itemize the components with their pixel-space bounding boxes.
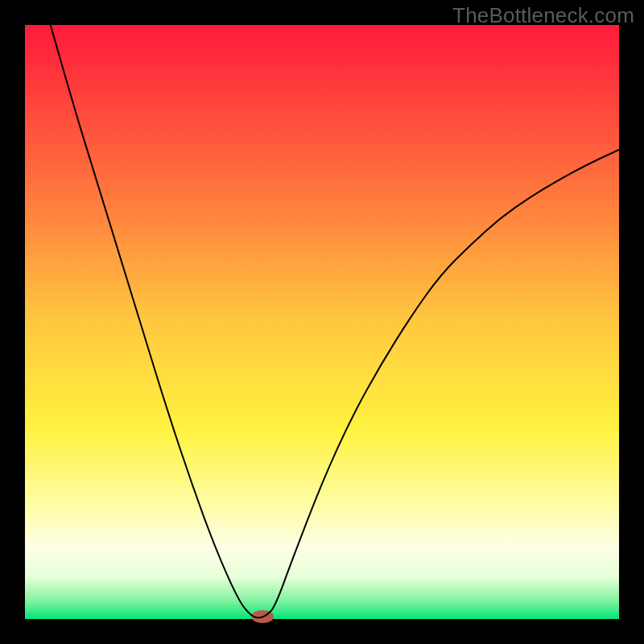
plot-background [25,25,619,619]
watermark-text: TheBottleneck.com [452,3,634,28]
bottleneck-chart [0,0,644,644]
chart-frame: TheBottleneck.com [0,0,644,644]
